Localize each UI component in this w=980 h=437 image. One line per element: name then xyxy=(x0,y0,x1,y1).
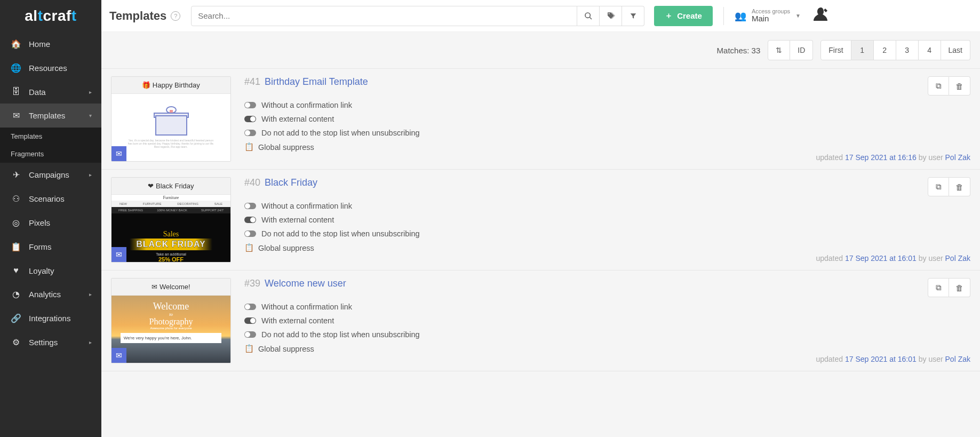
user-link[interactable]: Pol Zak xyxy=(945,153,970,162)
channel-badge-email: ✉ xyxy=(111,146,126,161)
nav-loyalty[interactable]: ♥ Loyalty xyxy=(0,259,101,282)
delete-button[interactable]: 🗑 xyxy=(949,278,970,297)
sort-direction-button[interactable]: ⇅ xyxy=(768,40,790,60)
trash-icon: 🗑 xyxy=(955,182,963,192)
channel-badge-email: ✉ xyxy=(111,247,126,262)
nav-forms[interactable]: 📋 Forms xyxy=(0,235,101,259)
sidebar: altcraft 🏠 Home 🌐 Resources 🗄 Data ▸ ✉ T… xyxy=(0,0,101,371)
page-3[interactable]: 3 xyxy=(896,40,919,60)
templates-list: 🎁 Happy Birthday Yes, it's a special day… xyxy=(101,69,980,371)
chevron-right-icon: ▸ xyxy=(89,89,92,95)
access-group-selector[interactable]: 👥 Access groups Main ▼ xyxy=(735,8,801,23)
prop-row: With external content xyxy=(244,216,970,224)
trash-icon: 🗑 xyxy=(955,82,963,91)
chevron-right-icon: ▸ xyxy=(89,291,92,297)
nav-label: Home xyxy=(29,39,50,49)
gift-icon xyxy=(155,106,187,136)
help-icon[interactable]: ? xyxy=(171,11,180,21)
divider xyxy=(723,7,724,25)
template-thumbnail[interactable]: 🎁 Happy Birthday Yes, it's a special day… xyxy=(111,76,231,162)
page-first[interactable]: First xyxy=(820,40,851,60)
users-icon: 👥 xyxy=(735,10,746,22)
page-2[interactable]: 2 xyxy=(874,40,896,60)
svg-point-0 xyxy=(585,13,590,18)
copy-button[interactable]: ⧉ xyxy=(928,278,949,297)
heart-icon: ♥ xyxy=(10,266,22,275)
sort-field-button[interactable]: ID xyxy=(790,40,813,60)
prop-row: Without a confirmation link xyxy=(244,101,970,109)
channel-badge-email: ✉ xyxy=(111,348,126,363)
updated-label: updated xyxy=(816,153,845,162)
sort-group: ⇅ ID xyxy=(768,40,813,60)
nav-label: Campaigns xyxy=(29,170,69,179)
subnav-fragments[interactable]: Fragments xyxy=(0,145,101,163)
nav-label: Settings xyxy=(29,338,58,347)
thumb-header: ✉ Welcome! xyxy=(111,279,230,296)
tags-button[interactable] xyxy=(600,6,622,26)
filter-button[interactable] xyxy=(622,6,644,26)
nav-settings[interactable]: ⚙ Settings ▸ xyxy=(0,330,101,354)
subnav-templates[interactable]: Templates xyxy=(0,128,101,145)
user-link[interactable]: Pol Zak xyxy=(945,254,970,263)
thumb-header: ❤ Black Friday xyxy=(111,178,230,195)
toggle-off-icon xyxy=(244,304,256,310)
by-user-label: by user xyxy=(917,355,945,363)
copy-button[interactable]: ⧉ xyxy=(928,76,949,96)
nav-data[interactable]: 🗄 Data ▸ xyxy=(0,80,101,104)
item-footer: updated 17 Sep 2021 at 16:01 by user Pol… xyxy=(244,254,970,263)
updated-label: updated xyxy=(816,254,845,263)
svg-line-1 xyxy=(589,17,592,19)
prop-row: 📋Global suppress xyxy=(244,142,970,152)
nav-resources[interactable]: 🌐 Resources xyxy=(0,56,101,80)
user-link[interactable]: Pol Zak xyxy=(945,355,970,363)
nav-label: Analytics xyxy=(29,290,61,299)
prop-label: Do not add to the stop list when unsubsc… xyxy=(261,330,420,339)
envelope-icon: ✉ xyxy=(10,110,22,121)
clipboard-icon: 📋 xyxy=(244,142,253,152)
toggle-off-icon xyxy=(244,231,256,237)
nav-pixels[interactable]: ◎ Pixels xyxy=(0,211,101,235)
pagination: First 1 2 3 4 Last xyxy=(820,40,970,60)
prop-row: Do not add to the stop list when unsubsc… xyxy=(244,330,970,339)
template-thumbnail[interactable]: ✉ Welcome! Welcome to Photography Awesom… xyxy=(111,278,231,363)
item-title-link[interactable]: Welcome new user xyxy=(265,278,346,289)
item-actions: ⧉ 🗑 xyxy=(928,278,970,297)
nav-home[interactable]: 🏠 Home xyxy=(0,32,101,56)
item-content: #40 Black Friday ⧉ 🗑 Without a confirmat… xyxy=(244,177,970,263)
template-thumbnail[interactable]: ❤ Black Friday Furniture NEWFURNITUREDEC… xyxy=(111,177,231,263)
nav-templates[interactable]: ✉ Templates ▾ xyxy=(0,104,101,128)
prop-label: With external content xyxy=(261,216,334,224)
page-last[interactable]: Last xyxy=(941,40,970,60)
brand-logo[interactable]: altcraft xyxy=(0,0,101,32)
nav-integrations[interactable]: 🔗 Integrations xyxy=(0,306,101,330)
item-title-link[interactable]: Birthday Email Template xyxy=(265,76,368,88)
copy-button[interactable]: ⧉ xyxy=(928,177,949,196)
nav-scenarios[interactable]: ⚇ Scenarios xyxy=(0,187,101,211)
prop-label: Global suppress xyxy=(258,143,314,152)
user-avatar[interactable] xyxy=(811,6,831,26)
page-title: Templates xyxy=(109,9,166,23)
list-toolbar: Matches: 33 ⇅ ID First 1 2 3 4 Last xyxy=(101,32,980,69)
nav-campaigns[interactable]: ✈ Campaigns ▸ xyxy=(0,163,101,187)
link-icon: 🔗 xyxy=(10,313,22,323)
toggle-on-icon xyxy=(244,116,256,122)
prop-row: Do not add to the stop list when unsubsc… xyxy=(244,129,970,137)
delete-button[interactable]: 🗑 xyxy=(949,177,970,196)
prop-row: 📋Global suppress xyxy=(244,243,970,252)
updated-date: 17 Sep 2021 at 16:01 xyxy=(845,355,917,363)
page-4[interactable]: 4 xyxy=(919,40,941,60)
item-id: #39 xyxy=(244,278,260,289)
item-title-link[interactable]: Black Friday xyxy=(265,177,317,188)
nav-label: Integrations xyxy=(29,314,70,323)
page-1[interactable]: 1 xyxy=(851,40,874,60)
search-button[interactable] xyxy=(577,6,600,26)
delete-button[interactable]: 🗑 xyxy=(949,76,970,96)
gear-icon: ⚙ xyxy=(10,337,22,347)
updated-label: updated xyxy=(816,355,845,363)
target-icon: ◎ xyxy=(10,218,22,228)
create-button[interactable]: ＋ Create xyxy=(654,6,713,26)
nav-analytics[interactable]: ◔ Analytics ▸ xyxy=(0,282,101,306)
nav-label: Forms xyxy=(29,242,52,251)
search-input[interactable] xyxy=(191,6,577,26)
toggle-off-icon xyxy=(244,102,256,108)
